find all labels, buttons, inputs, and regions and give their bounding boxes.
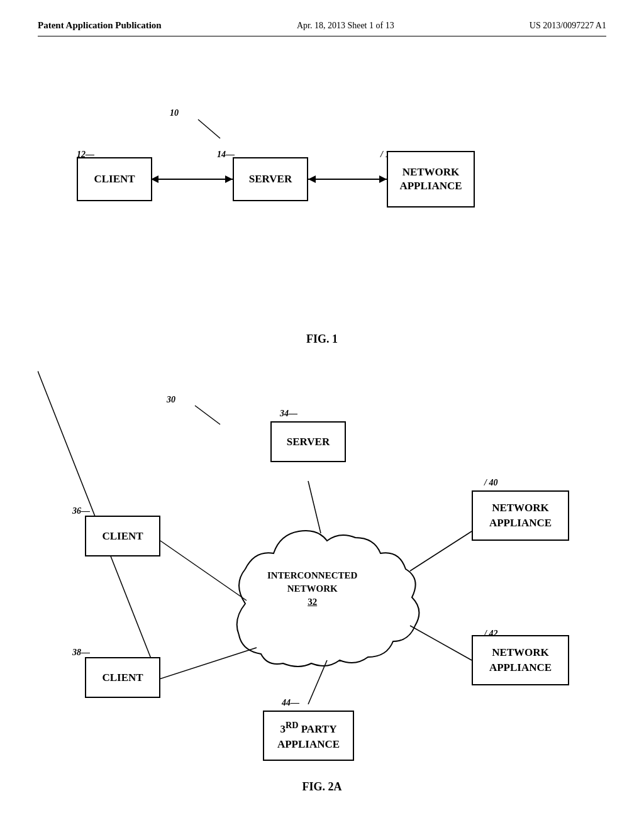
publication-label: Patent Application Publication — [38, 20, 162, 31]
svg-line-7 — [308, 481, 321, 533]
svg-line-10 — [159, 648, 257, 679]
fig1-network-appliance-box: NETWORKAPPLIANCE — [387, 151, 475, 208]
fig1-client-box: CLIENT — [77, 157, 152, 201]
ref-10: 10 — [170, 108, 179, 118]
ref-44: 44— — [282, 698, 299, 708]
fig2a-caption: FIG. 2A — [38, 780, 606, 794]
fig2a-client-36-box: CLIENT — [85, 516, 160, 556]
header-divider — [38, 36, 606, 36]
fig1-diagram: 10 12— 14— / 16 CLIENT SERVER NETWORKAPP… — [38, 82, 606, 358]
ref-38: 38— — [72, 648, 90, 658]
svg-marker-4 — [308, 175, 316, 183]
svg-marker-5 — [379, 175, 387, 183]
ref-14: 14— — [217, 150, 235, 160]
svg-line-13 — [308, 660, 327, 704]
svg-marker-2 — [225, 175, 233, 183]
svg-line-6 — [198, 119, 220, 138]
fig2a-client-38-box: CLIENT — [85, 657, 160, 698]
svg-line-11 — [410, 531, 472, 571]
svg-line-12 — [410, 626, 472, 660]
patent-number-label: US 2013/0097227 A1 — [530, 21, 606, 31]
fig1-server-box: SERVER — [233, 157, 308, 201]
fig2a-network-appliance-42-box: NETWORKAPPLIANCE — [472, 635, 569, 685]
ref-34: 34— — [280, 409, 297, 419]
ref-30: 30 — [167, 395, 175, 405]
svg-line-14 — [195, 406, 220, 424]
ref-40: / 40 — [484, 478, 497, 488]
fig1-caption: FIG. 1 — [38, 333, 606, 346]
ref-36: 36— — [72, 506, 90, 516]
cloud-text: INTERCONNECTED NETWORK 32 — [267, 569, 357, 609]
fig2a-network-appliance-40-box: NETWORKAPPLIANCE — [472, 490, 569, 541]
date-sheet-label: Apr. 18, 2013 Sheet 1 of 13 — [297, 21, 394, 31]
fig2a-diagram: 30 34— 36— 38— / 40 / 42 44— SERVER CLIE… — [38, 371, 606, 799]
page-header: Patent Application Publication Apr. 18, … — [0, 0, 644, 31]
cloud-shape — [237, 531, 419, 667]
fig2a-server-box: SERVER — [270, 421, 346, 462]
fig2a-3rd-party-box: 3RD PARTYAPPLIANCE — [263, 711, 354, 761]
svg-line-8 — [160, 541, 247, 600]
